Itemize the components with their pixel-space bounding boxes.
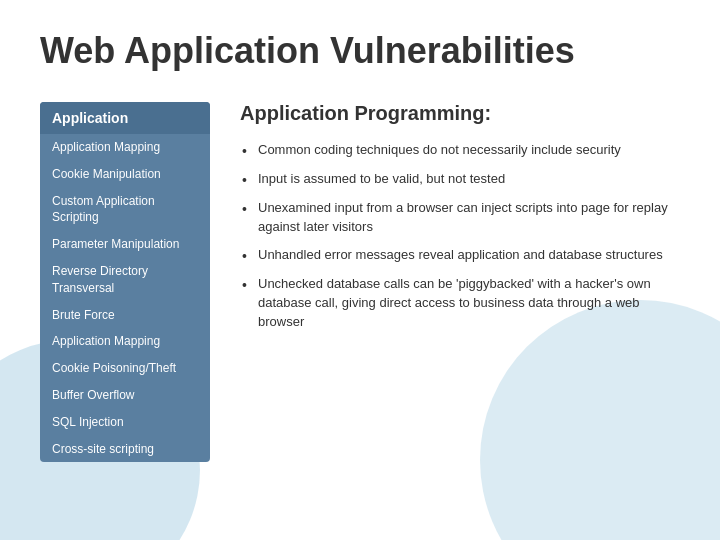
sidebar-item-2[interactable]: Custom Application Scripting: [40, 188, 210, 232]
sidebar-item-7[interactable]: Cookie Poisoning/Theft: [40, 355, 210, 382]
bullet-item-1: Input is assumed to be valid, but not te…: [240, 170, 680, 189]
section-title: Application Programming:: [240, 102, 680, 125]
sidebar-item-4[interactable]: Reverse Directory Transversal: [40, 258, 210, 302]
bullet-item-0: Common coding techniques do not necessar…: [240, 141, 680, 160]
bullet-item-4: Unchecked database calls can be 'piggyba…: [240, 275, 680, 332]
sidebar-item-8[interactable]: Buffer Overflow: [40, 382, 210, 409]
sidebar-item-10[interactable]: Cross-site scripting: [40, 436, 210, 463]
sidebar-item-1[interactable]: Cookie Manipulation: [40, 161, 210, 188]
sidebar: Application Application MappingCookie Ma…: [40, 102, 210, 462]
content-area: Application Programming: Common coding t…: [240, 102, 680, 342]
sidebar-item-6[interactable]: Application Mapping: [40, 328, 210, 355]
page-title: Web Application Vulnerabilities: [40, 30, 680, 72]
sidebar-item-9[interactable]: SQL Injection: [40, 409, 210, 436]
main-layout: Application Application MappingCookie Ma…: [40, 102, 680, 462]
bullet-item-3: Unhandled error messages reveal applicat…: [240, 246, 680, 265]
sidebar-header: Application: [40, 102, 210, 134]
bullet-item-2: Unexamined input from a browser can inje…: [240, 199, 680, 237]
sidebar-item-0[interactable]: Application Mapping: [40, 134, 210, 161]
bullet-list: Common coding techniques do not necessar…: [240, 141, 680, 332]
sidebar-item-5[interactable]: Brute Force: [40, 302, 210, 329]
sidebar-items-container: Application MappingCookie ManipulationCu…: [40, 134, 210, 462]
sidebar-item-3[interactable]: Parameter Manipulation: [40, 231, 210, 258]
